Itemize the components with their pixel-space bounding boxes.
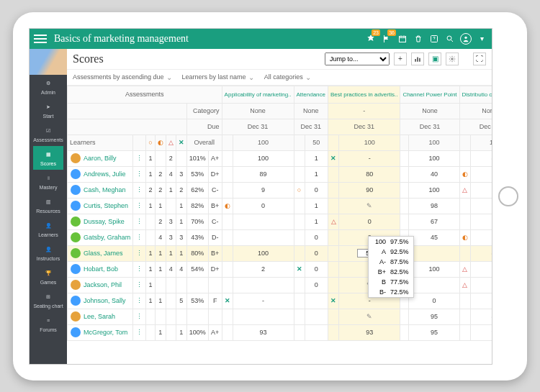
score-cell[interactable]: ✎	[339, 309, 400, 324]
score-cell[interactable]: -	[233, 293, 294, 309]
add-button[interactable]: +	[394, 53, 407, 65]
score-cell[interactable]: 89	[233, 166, 294, 182]
learner-cell[interactable]: Hobart, Bob	[68, 261, 133, 277]
learner-cell[interactable]: Lee, Sarah	[68, 309, 133, 324]
learner-cell[interactable]: Johnson, Sally	[68, 293, 133, 309]
score-cell[interactable]: 86	[470, 245, 492, 261]
score-cell[interactable]	[305, 293, 328, 309]
symbol-circle-header[interactable]: ○	[146, 135, 155, 150]
grade-option[interactable]: B-72.5%	[369, 287, 413, 297]
score-cell[interactable]: 0	[470, 293, 492, 309]
score-cell[interactable]	[233, 309, 294, 324]
filter-assessments[interactable]: Assessments by ascending due	[73, 73, 172, 81]
grade-option[interactable]: A-87.5%	[369, 257, 413, 267]
row-menu[interactable]: ⋮	[133, 198, 146, 214]
score-cell[interactable]	[233, 214, 294, 229]
score-cell[interactable]: 95	[409, 309, 459, 324]
score-cell[interactable]: 0	[233, 198, 294, 214]
score-cell[interactable]	[233, 277, 294, 293]
award-icon[interactable]: 23	[365, 33, 377, 45]
scores-grid[interactable]: AssessmentsApplicability of marketing..A…	[67, 86, 492, 364]
score-cell[interactable]: 85	[470, 309, 492, 324]
column-header[interactable]: Applicability of marketing..	[222, 86, 294, 103]
column-header[interactable]: Attendance	[294, 86, 328, 103]
symbol-half-header[interactable]: ◐	[155, 135, 166, 150]
learner-name[interactable]: Johnson, Sally	[84, 297, 126, 304]
grade-dropdown[interactable]: 10097.5%A92.5%A-87.5%B+82.5%B77.5%B-72.5…	[368, 236, 414, 298]
export-button[interactable]: ▣	[428, 53, 441, 65]
row-menu[interactable]: ⋮	[133, 166, 146, 182]
score-cell[interactable]	[305, 324, 328, 340]
course-thumbnail[interactable]	[30, 49, 67, 75]
sidebar-item-learners[interactable]: 👤Learners	[33, 217, 63, 241]
search-icon[interactable]	[444, 33, 456, 45]
symbol-triangle-header[interactable]: △	[166, 135, 176, 150]
learner-cell[interactable]: Dussay, Spike	[68, 214, 133, 229]
grade-option[interactable]: B77.5%	[369, 277, 413, 287]
learner-name[interactable]: McGregor, Tom	[84, 329, 127, 336]
row-menu[interactable]: ⋮	[133, 182, 146, 198]
score-cell[interactable]: 100	[233, 245, 294, 261]
jump-to-select[interactable]: Jump to...	[325, 53, 390, 65]
score-cell[interactable]	[305, 309, 328, 324]
edit-icon[interactable]: ✎	[366, 202, 372, 209]
score-cell[interactable]: 93	[339, 324, 400, 340]
learner-cell[interactable]: Glass, James	[68, 245, 133, 261]
sidebar-item-games[interactable]: 🏆Games	[33, 265, 63, 288]
row-menu[interactable]: ⋮	[133, 214, 146, 229]
score-cell[interactable]: 100	[409, 182, 459, 198]
learner-name[interactable]: Dussay, Spike	[84, 218, 125, 225]
score-cell[interactable]: 100	[409, 150, 459, 166]
score-cell[interactable]	[233, 229, 294, 245]
score-cell[interactable]: 100	[233, 150, 294, 166]
help-icon[interactable]	[428, 33, 440, 45]
score-cell[interactable]: 98	[409, 198, 459, 214]
score-cell[interactable]: 0	[470, 182, 492, 198]
score-cell[interactable]: 0	[339, 214, 400, 229]
column-header[interactable]: Channel Power Point	[400, 86, 459, 103]
score-cell[interactable]	[470, 214, 492, 229]
learner-name[interactable]: Aaron, Billy	[84, 155, 117, 162]
grade-option[interactable]: 10097.5%	[369, 237, 413, 247]
score-cell[interactable]	[409, 277, 459, 293]
score-cell[interactable]: 1	[305, 214, 328, 229]
score-cell[interactable]: 93	[233, 324, 294, 340]
learner-name[interactable]: Cash, Meghan	[84, 186, 126, 193]
row-menu[interactable]: ⋮	[133, 229, 146, 245]
score-cell[interactable]: 1	[305, 198, 328, 214]
chart-button[interactable]	[411, 53, 424, 65]
score-cell[interactable]: 1	[305, 150, 328, 166]
learner-name[interactable]: Andrews, Julie	[84, 170, 126, 178]
sidebar-item-admin[interactable]: ⚙Admin	[33, 75, 63, 99]
learner-cell[interactable]: Aaron, Billy	[68, 150, 133, 166]
learner-cell[interactable]: McGregor, Tom	[68, 324, 133, 340]
score-cell[interactable]: ✎	[470, 198, 492, 214]
sidebar-item-assessments[interactable]: ☑Assessments	[33, 122, 63, 146]
score-cell[interactable]: 0	[409, 293, 459, 309]
device-home-button[interactable]	[498, 186, 518, 206]
symbol-x-header[interactable]: ✕	[176, 135, 186, 150]
score-cell[interactable]: 9	[233, 182, 294, 198]
filter-learners[interactable]: Learners by last name	[182, 73, 254, 81]
sidebar-item-forums[interactable]: ≡Forums	[33, 312, 63, 336]
trash-icon[interactable]	[413, 33, 424, 45]
column-header[interactable]: Distributio channel eff	[459, 86, 492, 103]
row-menu[interactable]: ⋮	[133, 261, 146, 277]
row-menu[interactable]: ⋮	[133, 150, 146, 166]
score-cell[interactable]	[409, 245, 459, 261]
score-cell[interactable]: 45	[409, 229, 459, 245]
learner-cell[interactable]: Gatsby, Graham	[68, 229, 133, 245]
row-menu[interactable]: ⋮	[133, 309, 146, 324]
score-cell[interactable]: 100	[409, 261, 459, 277]
score-cell[interactable]: 0	[470, 261, 492, 277]
score-cell[interactable]: 40	[409, 166, 459, 182]
sidebar-item-seating-chart[interactable]: ⊞Seating chart	[33, 288, 63, 312]
fullscreen-button[interactable]: ⛶	[473, 53, 486, 65]
score-cell[interactable]: 0	[305, 277, 328, 293]
learner-name[interactable]: Glass, James	[84, 250, 123, 257]
calendar-icon[interactable]	[397, 33, 408, 45]
sidebar-item-scores[interactable]: ▦Scores	[33, 146, 63, 170]
learner-name[interactable]: Lee, Sarah	[84, 313, 115, 320]
learner-name[interactable]: Curtis, Stephen	[84, 202, 128, 209]
settings-button[interactable]	[446, 53, 459, 65]
